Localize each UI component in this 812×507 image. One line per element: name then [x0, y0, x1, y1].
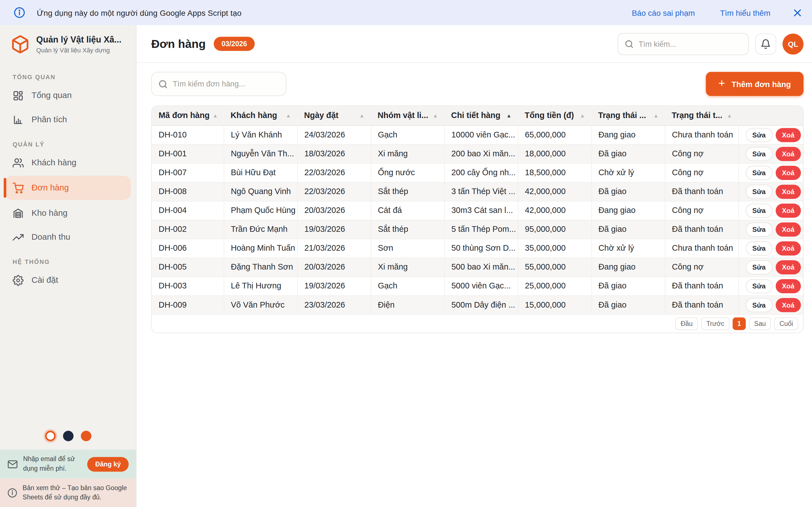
avatar[interactable]: QL: [782, 33, 804, 54]
sidebar-item-label: Tổng quan: [32, 91, 72, 100]
cell-delivery_status: Đang giao: [591, 258, 665, 277]
sort-arrow-icon: ▲: [506, 113, 514, 118]
sidebar-item-don-hang[interactable]: Đơn hàng: [5, 176, 131, 200]
column-label: Ngày đặt: [304, 111, 338, 120]
page-prev-button[interactable]: Trước: [701, 317, 730, 330]
theme-dot-dark[interactable]: [63, 431, 73, 441]
table-row: DH-005Đặng Thanh Sơn20/03/2026Xi măng500…: [152, 258, 804, 277]
global-search-input[interactable]: [639, 40, 742, 48]
cell-total: 65,000,000: [518, 125, 592, 144]
orders-thead-row: Mã đơn hàng▲Khách hàng▲Ngày đặt▲Nhóm vật…: [152, 106, 804, 125]
page-current-button[interactable]: 1: [733, 317, 746, 330]
cell-actions: SửaXoá: [739, 277, 804, 295]
delete-button[interactable]: Xoá: [776, 260, 801, 274]
cell-payment_status: Đã thanh toán: [665, 182, 739, 201]
column-header[interactable]: Mã đơn hàng▲: [152, 106, 223, 125]
cell-payment_status: Công nợ: [665, 201, 739, 220]
sidebar-item-cai-dat[interactable]: Cài đặt: [5, 269, 131, 291]
theme-dot-orange[interactable]: [81, 431, 91, 441]
table-row: DH-002Trần Đức Mạnh19/03/2026Sắt thép5 t…: [152, 220, 804, 238]
sidebar-item-label: Kho hàng: [32, 208, 68, 218]
trial-note-text: Bản xem thử – Tạo bản sao Google Sheets …: [22, 484, 129, 502]
sidebar-item-tong-quan[interactable]: Tổng quan: [5, 84, 131, 107]
notifications-button[interactable]: [755, 33, 776, 54]
cell-group: Sắt thép: [371, 182, 444, 201]
orders-toolbar: + Thêm đơn hàng: [151, 72, 803, 96]
delete-button[interactable]: Xoá: [776, 279, 801, 293]
pagination: Đầu Trước 1 Sau Cuối: [152, 315, 803, 332]
cell-delivery_status: Đã giao: [591, 144, 665, 163]
global-search[interactable]: [618, 33, 749, 55]
delete-button[interactable]: Xoá: [776, 147, 801, 161]
edit-button[interactable]: Sửa: [746, 260, 772, 274]
plus-icon: +: [718, 78, 725, 89]
banner-close-icon[interactable]: [793, 8, 802, 17]
cell-payment_status: Chưa thanh toán: [665, 239, 739, 258]
delete-button[interactable]: Xoá: [776, 203, 801, 217]
cell-group: Sơn: [371, 239, 444, 258]
edit-button[interactable]: Sửa: [746, 184, 772, 199]
orders-search-input[interactable]: [173, 80, 280, 88]
edit-button[interactable]: Sửa: [746, 298, 772, 312]
column-label: Trạng thái t...: [672, 111, 722, 120]
delete-button[interactable]: Xoá: [776, 241, 801, 255]
theme-dots: [0, 426, 136, 450]
edit-button[interactable]: Sửa: [746, 128, 772, 142]
cell-delivery_status: Đã giao: [591, 220, 665, 238]
cell-date: 24/03/2026: [297, 125, 371, 144]
column-header[interactable]: Tổng tiền (đ)▲: [518, 106, 592, 125]
signup-button[interactable]: Đăng ký: [87, 457, 129, 471]
edit-button[interactable]: Sửa: [746, 222, 772, 236]
sidebar-item-kho-hang[interactable]: Kho hàng: [5, 202, 131, 224]
column-header[interactable]: Trạng thái t...▲: [665, 106, 739, 125]
cell-id: DH-001: [152, 144, 223, 163]
learn-more-link[interactable]: Tìm hiểu thêm: [720, 8, 770, 17]
column-header[interactable]: Khách hàng▲: [224, 106, 297, 125]
page-next-button[interactable]: Sau: [749, 317, 771, 330]
cell-actions: SửaXoá: [739, 144, 804, 163]
warehouse-icon: [13, 208, 24, 219]
page-first-button[interactable]: Đầu: [675, 317, 698, 330]
column-header[interactable]: Ngày đặt▲: [297, 106, 371, 125]
sidebar-item-khach-hang[interactable]: Khách hàng: [5, 152, 131, 173]
orders-search[interactable]: [151, 72, 286, 96]
column-label: Khách hàng: [231, 111, 277, 120]
cell-detail: 200 cây Ống nh...: [444, 163, 518, 182]
add-order-button[interactable]: + Thêm đơn hàng: [706, 72, 804, 96]
cell-date: 21/03/2026: [297, 239, 371, 258]
theme-dot-light[interactable]: [45, 431, 55, 441]
report-abuse-link[interactable]: Báo cáo sai phạm: [632, 8, 695, 17]
delete-button[interactable]: Xoá: [776, 298, 801, 312]
cell-group: Xi măng: [371, 258, 444, 277]
sidebar-nav: TỔNG QUAN Tổng quan Phân tích QUẢN LÝ: [0, 63, 136, 293]
delete-button[interactable]: Xoá: [776, 222, 801, 236]
cell-customer: Lý Văn Khánh: [224, 125, 297, 144]
delete-button[interactable]: Xoá: [776, 128, 801, 142]
sidebar-item-phan-tich[interactable]: Phân tích: [5, 109, 131, 131]
column-header[interactable]: Chi tiết hàng▲: [444, 106, 518, 125]
sidebar-item-label: Doanh thu: [32, 232, 70, 242]
cell-customer: Đặng Thanh Sơn: [224, 258, 297, 277]
column-header[interactable]: Nhóm vật li...▲: [371, 106, 444, 125]
cell-group: Điện: [371, 295, 444, 314]
delete-button[interactable]: Xoá: [776, 184, 801, 199]
email-signup-band: Nhập email để sử dụng miễn phí. Đăng ký: [0, 450, 136, 478]
sidebar-item-doanh-thu[interactable]: Doanh thu: [5, 226, 131, 248]
cell-date: 23/03/2026: [297, 295, 371, 314]
page-last-button[interactable]: Cuối: [774, 317, 798, 330]
section-label-manage: QUẢN LÝ: [13, 141, 123, 147]
edit-button[interactable]: Sửa: [746, 147, 772, 161]
table-row: DH-001Nguyễn Văn Th...18/03/2026Xi măng2…: [152, 144, 804, 163]
edit-button[interactable]: Sửa: [746, 166, 772, 180]
cell-date: 20/03/2026: [297, 201, 371, 220]
delete-button[interactable]: Xoá: [776, 166, 801, 180]
column-header[interactable]: Trạng thái ...▲: [591, 106, 665, 125]
orders-table-container: Mã đơn hàng▲Khách hàng▲Ngày đặt▲Nhóm vật…: [151, 105, 803, 333]
bar-chart-icon: [13, 114, 24, 125]
sidebar-item-label: Khách hàng: [32, 158, 77, 168]
edit-button[interactable]: Sửa: [746, 279, 772, 293]
table-row: DH-004Phạm Quốc Hùng20/03/2026Cát đá30m3…: [152, 201, 804, 220]
cell-detail: 200 bao Xi măn...: [444, 144, 518, 163]
edit-button[interactable]: Sửa: [746, 203, 772, 217]
edit-button[interactable]: Sửa: [746, 241, 772, 255]
